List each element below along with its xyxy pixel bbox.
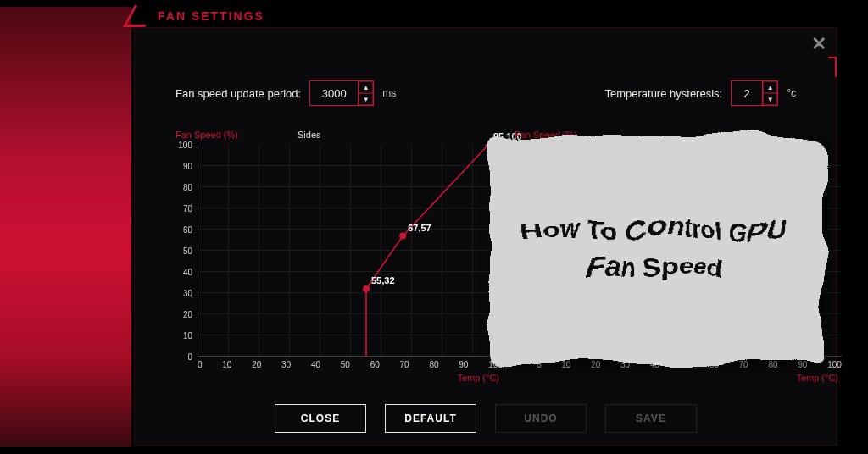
fan-curve-plot[interactable]: 55,3267,5795,100: [198, 145, 503, 357]
svg-point-0: [363, 285, 370, 292]
window-titlebar: FAN SETTINGS: [129, 5, 264, 27]
overlay-caption: How To Control GPU Fan Speed: [490, 136, 824, 363]
chart-xticks: 0102030405060708090100: [198, 357, 503, 369]
window-title: FAN SETTINGS: [158, 9, 264, 23]
yaxis-label: Fan Speed (%): [175, 130, 238, 140]
chart-yticks: 0102030405060708090100: [175, 145, 196, 357]
curve-point-label: 55,32: [371, 275, 395, 285]
hysteresis-spinner: ▲ ▼: [731, 80, 778, 106]
sidebar-accent: [0, 7, 131, 447]
down-arrow-icon[interactable]: ▼: [359, 93, 373, 105]
update-period-spinner: ▲ ▼: [309, 80, 374, 106]
default-button[interactable]: DEFAULT: [385, 404, 476, 433]
save-button: SAVE: [605, 404, 697, 433]
up-arrow-icon[interactable]: ▲: [763, 81, 777, 93]
corner-decoration: [828, 57, 837, 77]
fan-curve-chart-sides: Fan Speed (%) Sides 01020304050607080901…: [175, 130, 503, 383]
svg-point-1: [399, 233, 406, 240]
close-button[interactable]: CLOSE: [275, 404, 366, 433]
hysteresis-arrows: ▲ ▼: [762, 81, 777, 105]
brand-logo-icon: [123, 5, 157, 27]
hysteresis-label: Temperature hysteresis:: [604, 87, 722, 100]
xaxis-label: Temp (°C): [515, 373, 842, 383]
down-arrow-icon[interactable]: ▼: [763, 93, 777, 105]
field-hysteresis: Temperature hysteresis: ▲ ▼ °c: [604, 80, 796, 106]
chart-subtitle: Sides: [298, 130, 321, 140]
up-arrow-icon[interactable]: ▲: [359, 81, 373, 93]
hysteresis-unit: °c: [787, 87, 796, 99]
xaxis-label: Temp (°C): [175, 373, 503, 383]
undo-button: UNDO: [495, 404, 587, 433]
close-icon[interactable]: ✕: [811, 33, 826, 55]
update-period-arrows: ▲ ▼: [358, 81, 373, 105]
settings-form-row: Fan speed update period: ▲ ▼ ms Temperat…: [175, 80, 796, 106]
curve-point-label: 67,57: [408, 223, 431, 233]
hysteresis-input[interactable]: [732, 81, 762, 105]
dialog-buttons: CLOSE DEFAULT UNDO SAVE: [135, 404, 837, 433]
update-period-unit: ms: [382, 87, 396, 99]
overlay-text: How To Control GPU Fan Speed: [514, 213, 800, 285]
update-period-label: Fan speed update period:: [175, 87, 301, 100]
field-update-period: Fan speed update period: ▲ ▼ ms: [175, 80, 396, 106]
update-period-input[interactable]: [310, 81, 358, 105]
